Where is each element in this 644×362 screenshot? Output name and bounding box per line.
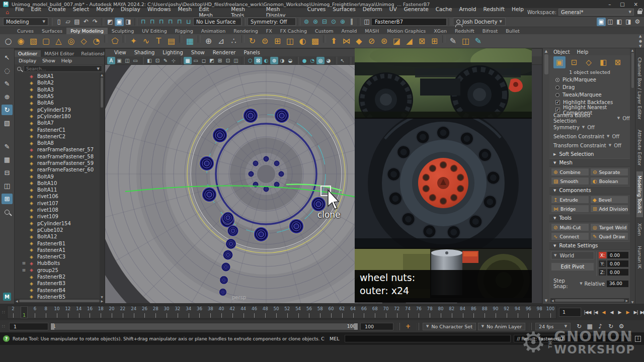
shelf-sculpt-pen-icon[interactable]: ✎ — [447, 35, 459, 47]
shelf-poly-modeling-panel-icon[interactable]: ▦ — [184, 35, 196, 47]
rangeslider-grip[interactable]: ∷ — [0, 324, 7, 329]
image-plane-icon[interactable]: ◧ — [145, 57, 153, 64]
side-tab-modeling-toolkit[interactable]: Modeling Toolkit — [636, 171, 643, 217]
attribute-editor-toggle-icon[interactable]: ◨ — [624, 18, 633, 26]
minimize-button[interactable]: – — [608, 2, 611, 7]
outliner-item[interactable]: ◈BoltA10 — [15, 180, 104, 187]
dropdown-transform-constraint[interactable]: Transform Constraint▼Off — [549, 141, 630, 150]
undo-icon[interactable]: ↶ — [82, 18, 91, 26]
range-end-handle[interactable] — [354, 323, 358, 330]
viewport-menu-lighting[interactable]: Lighting — [158, 50, 187, 55]
shelf-tab-curves[interactable]: Curves — [13, 28, 38, 34]
toolkit-menu-help[interactable]: Help — [577, 49, 589, 55]
outliner-search-input[interactable] — [26, 66, 87, 71]
playback-loop-icon[interactable]: ↻ — [575, 322, 584, 331]
outliner-item[interactable]: ◈BoltA11 — [15, 187, 104, 193]
shelf-quad-draw-pen-icon[interactable]: ✎ — [472, 35, 485, 47]
fps-dropdown[interactable]: 24 fps▼ — [535, 323, 571, 330]
animation-start-field[interactable]: 1 — [9, 323, 48, 330]
paint-select-tool[interactable]: ✎ — [2, 78, 13, 89]
go-to-end-button[interactable]: ▶▶| — [640, 308, 644, 317]
outliner-item[interactable]: ◈FastenerB3 — [15, 280, 104, 287]
scale-tool[interactable]: ▧ — [2, 118, 13, 128]
select-by-object-icon[interactable]: ▣ — [115, 18, 124, 26]
face-mode-icon[interactable]: ◧ — [597, 56, 609, 68]
outliner-item[interactable]: ◈BoltA2 — [15, 79, 104, 86]
shaded-icon[interactable]: ⊠ — [254, 57, 262, 64]
select-by-component-icon[interactable]: ◨ — [124, 18, 133, 26]
shelf-tab-rendering[interactable]: Rendering — [229, 28, 262, 34]
set-key-icon[interactable]: + — [404, 322, 413, 331]
outliner-item[interactable]: ◈BoltA1 — [15, 73, 104, 79]
lock-camera-icon[interactable]: ▣ — [115, 57, 123, 64]
input-line-icon[interactable]: ◫ — [362, 18, 371, 26]
outliner-tab-relationship[interactable]: Relationship — [77, 50, 104, 57]
make-live-icon[interactable]: ⊔ — [184, 18, 193, 26]
target-weld-button[interactable]: ◎Target Weld — [590, 223, 628, 231]
grease-pencil-icon[interactable]: ✎ — [162, 57, 170, 64]
timeslider-grip[interactable]: ∷ — [0, 310, 7, 315]
shelf-locator-icon[interactable]: ∴ — [227, 35, 240, 47]
multisample-aa-icon[interactable]: ◔ — [308, 57, 316, 64]
symmetry-dropdown[interactable]: Symmetry: Off — [248, 18, 296, 26]
shelf-svg-tool-icon[interactable]: ▤ — [165, 35, 178, 47]
shelf-poly-sphere-icon[interactable]: ◉ — [15, 35, 27, 47]
shelf-item-options-icon[interactable]: ○ — [2, 35, 15, 47]
shelf-tab-rigging[interactable]: Rigging — [171, 28, 197, 34]
radio-drag[interactable]: Drag — [549, 83, 630, 91]
close-button[interactable]: × — [634, 2, 638, 7]
channel-box-toggle-icon[interactable]: ◧ — [615, 18, 624, 26]
select-camera-icon[interactable]: A — [107, 57, 115, 64]
side-tab-channel-box-layer-editor[interactable]: Channel Box / Layer Editor — [636, 53, 643, 124]
go-to-start-button[interactable]: |◀◀ — [584, 308, 591, 317]
isolate-select-icon[interactable]: ↖ — [339, 57, 347, 64]
outliner-item[interactable]: ◈pCylinder180 — [15, 113, 104, 120]
multi-component-mode-icon[interactable]: ⊠ — [612, 56, 624, 68]
use-all-lights-icon[interactable]: ⊚ — [270, 57, 278, 64]
shelf-tab-sculpting[interactable]: Sculpting — [108, 28, 138, 34]
shelf-tab-fx-caching[interactable]: FX Caching — [276, 28, 311, 34]
playblast-icon[interactable]: ▦ — [585, 322, 594, 331]
shelf-duplicate-face-icon[interactable]: ◪ — [390, 35, 403, 47]
mel-label[interactable]: MEL — [328, 336, 342, 341]
anim-layer-dropdown[interactable]: ▼No Anim Layer — [478, 323, 525, 330]
search-filter-caret[interactable]: ▼ — [97, 67, 100, 71]
select-tool[interactable]: ↖ — [2, 52, 13, 63]
outliner-item[interactable]: ◈pCube102 — [15, 227, 104, 233]
outliner-item[interactable]: ◈rivet106 — [15, 193, 104, 200]
light-editor-icon[interactable]: ⊕ — [338, 18, 347, 26]
shelf-extrude-icon[interactable]: ⬆ — [328, 35, 340, 47]
help-icon[interactable]: ? — [3, 335, 10, 342]
zoom-tool[interactable] — [2, 207, 13, 217]
edge-mode-icon[interactable]: ◇ — [583, 56, 595, 68]
toolkit-vscrollbar[interactable]: ▲▼ — [630, 48, 635, 304]
safe-title-icon[interactable]: ◫ — [232, 57, 240, 64]
shelf-flip-icon[interactable]: ⊜ — [259, 35, 271, 47]
shelf-multi-cut-icon[interactable]: ⊘ — [365, 35, 378, 47]
outliner-item[interactable]: ◈FastenerB5 — [15, 294, 104, 299]
shelf-tab-arnold[interactable]: Arnold — [338, 28, 361, 34]
section-mesh[interactable]: ▼Mesh — [549, 158, 630, 167]
quad-draw-button[interactable]: ✎Quad Draw — [590, 232, 628, 240]
outliner-item[interactable]: ◈BoltA7 — [15, 120, 104, 126]
panel-scrollbar[interactable]: ▲▼ — [542, 48, 549, 304]
section-tools[interactable]: ▼Tools — [549, 214, 630, 222]
step-snap-caret[interactable]: ▼ — [580, 282, 582, 286]
shelf-construction-plane-icon[interactable]: ⊕ — [202, 35, 215, 47]
shelf-tab-mash[interactable]: MASH — [361, 28, 383, 34]
shelf-tab-bullet[interactable]: Bullet — [502, 28, 523, 34]
save-scene-icon[interactable]: ▤ — [72, 18, 82, 26]
shelf-lattice-pen-icon[interactable]: ◫ — [459, 35, 472, 47]
2d-pan-zoom-icon[interactable]: ⊡ — [153, 57, 162, 64]
snap-to-view-plane-icon[interactable]: ⊓ — [175, 18, 184, 26]
shelf-measure-tool-icon[interactable]: ⊿ — [215, 35, 227, 47]
boolean-button[interactable]: ◐Boolean — [590, 177, 628, 185]
connect-button[interactable]: ∿Connect — [551, 232, 589, 240]
object-mode-icon[interactable]: ▣ — [553, 56, 566, 68]
dropdown-symmetry[interactable]: Symmetry▼Off — [549, 123, 630, 132]
shelf-poly-plane-icon[interactable]: ◇ — [77, 35, 90, 47]
shelf-poly-cube-icon[interactable]: ▧ — [27, 35, 40, 47]
shelf-boolean-icon[interactable]: ◐ — [296, 35, 309, 47]
smooth-button[interactable]: ▨Smooth — [551, 177, 589, 185]
dropdown-selection-constraint[interactable]: Selection Constraint▼Off — [549, 132, 630, 141]
